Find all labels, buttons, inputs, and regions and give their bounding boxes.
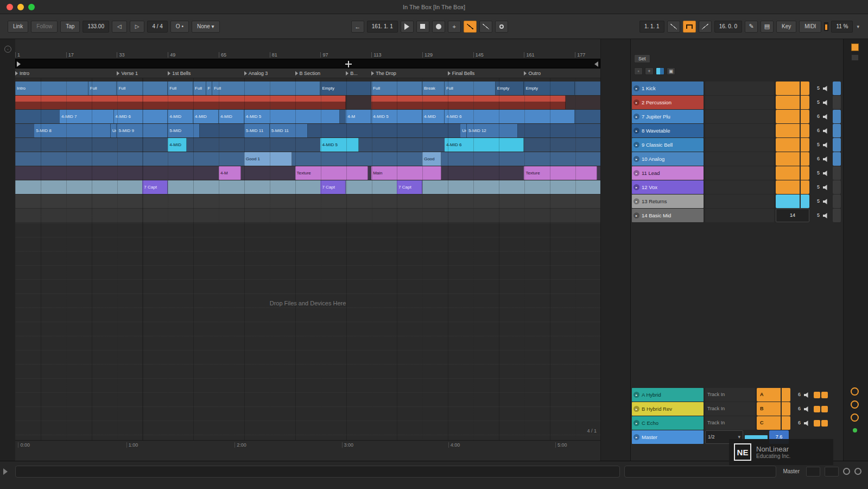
send-b-icon[interactable] (821, 420, 828, 427)
lane-12-vox[interactable]: 7 Capt7 Capt7 Capt (15, 180, 600, 194)
clip[interactable]: 4-MID (219, 110, 244, 123)
track-activator-icon[interactable]: ▸ (633, 99, 639, 105)
arrangement-position-display[interactable]: 161. 1. 1 (367, 21, 398, 33)
clip[interactable]: Intro (15, 82, 88, 95)
track-activator-icon[interactable]: ▸ (633, 128, 639, 134)
master-value-box-1[interactable] (806, 467, 820, 477)
output-box[interactable] (833, 152, 841, 166)
arrangement-view[interactable]: 1173349658197113129145161177 IntroVerse … (15, 39, 630, 461)
clip[interactable]: Full (445, 82, 496, 95)
clip[interactable]: 5-MID 9 (117, 124, 168, 137)
output-box[interactable] (833, 180, 841, 194)
returns-show-icon[interactable] (851, 400, 859, 409)
clip[interactable]: Empty (524, 82, 575, 95)
loop-start-display[interactable]: 1. 1. 1 (639, 21, 664, 33)
back-to-arrangement-icon[interactable]: ◦ (4, 46, 11, 53)
arrangement-start-marker-icon[interactable] (17, 61, 21, 67)
volume-slider[interactable] (776, 152, 809, 166)
clip[interactable]: Empty (320, 82, 371, 95)
track-header[interactable]: ▸9 Classic Bell5 (631, 138, 843, 152)
volume-slider[interactable] (776, 110, 809, 123)
locator-flag[interactable]: The Drop (371, 68, 396, 78)
add-locator-icon[interactable]: + (645, 67, 654, 75)
minimize-icon[interactable] (17, 4, 24, 10)
volume-slider[interactable] (776, 166, 809, 180)
lane-13-returns[interactable] (15, 195, 600, 208)
lane-2-percussion[interactable] (15, 96, 600, 109)
volume-slider[interactable] (776, 82, 809, 95)
track-activator-icon[interactable]: ▸ (633, 212, 639, 218)
session-view-icon[interactable] (851, 43, 859, 51)
clip[interactable] (15, 96, 346, 109)
clip[interactable]: Full (371, 82, 422, 95)
lane-10-analog[interactable]: Good 1Good (15, 152, 600, 166)
automation-mode-button[interactable] (464, 21, 477, 33)
clip-overview-icon[interactable] (851, 54, 859, 61)
volume-slider[interactable] (776, 96, 809, 109)
capture-midi-button[interactable] (495, 21, 508, 33)
track-header[interactable]: ▸8 Wavetable6 (631, 124, 843, 137)
quantize-menu[interactable]: None ▾ (192, 21, 220, 33)
scrub-area[interactable] (15, 59, 600, 68)
speaker-icon[interactable] (802, 402, 812, 416)
clip[interactable]: Full (168, 82, 193, 95)
clip[interactable]: Full (117, 82, 168, 95)
speaker-icon[interactable] (802, 416, 812, 430)
clip[interactable]: 4-MID 6 (114, 110, 168, 123)
volume-slider[interactable]: C (757, 416, 790, 430)
metronome-button[interactable]: O • (170, 21, 189, 33)
clip[interactable]: 4-M (346, 110, 371, 123)
clip[interactable]: 4-MID 7 (60, 110, 114, 123)
volume-slider[interactable] (776, 195, 809, 208)
lane-1-kick[interactable]: IntroFullFullFullFullFFullEmptyFullBreak… (15, 82, 600, 95)
clip[interactable]: 7 Capt (142, 180, 168, 194)
speaker-icon[interactable] (821, 138, 831, 152)
track-header[interactable]: ▸13 Returns5 (631, 195, 843, 208)
loop-button[interactable] (683, 21, 696, 33)
nudge-down-button[interactable]: ◁ (112, 21, 127, 33)
return-header[interactable]: ▸C EchoTrack InC6 (631, 416, 843, 430)
track-activator-icon[interactable]: ▸ (633, 170, 639, 176)
knob-icon-2[interactable] (854, 468, 861, 475)
clip[interactable]: Good 1 (244, 152, 292, 166)
zoom-icon[interactable] (28, 4, 35, 10)
clip[interactable]: 4-MID (168, 138, 187, 152)
clip[interactable]: Un (460, 124, 467, 137)
time-signature-display[interactable]: 4 / 4 (147, 21, 167, 33)
close-icon[interactable] (7, 4, 13, 10)
track-name[interactable]: ▸1 Kick (632, 82, 704, 95)
track-name[interactable]: ▸11 Lead (632, 166, 704, 180)
info-field-right[interactable] (624, 466, 776, 478)
clip[interactable]: Good (422, 152, 441, 166)
clip[interactable]: 4-MID 6 (445, 138, 524, 152)
locator-flag[interactable]: B Section (295, 68, 321, 78)
return-header[interactable]: ▸B Hybrid RevTrack InB6 (631, 402, 843, 416)
punch-out-button[interactable] (699, 21, 712, 33)
follow-tempo-button[interactable]: Follow (31, 21, 58, 33)
track-name[interactable]: ▸12 Vox (632, 180, 704, 194)
speaker-icon[interactable] (821, 82, 831, 95)
track-name[interactable]: ▸8 Wavetable (632, 124, 704, 137)
send-b-icon[interactable] (821, 406, 828, 412)
track-name[interactable]: ▸2 Percussion (632, 96, 704, 109)
set-locator-button[interactable]: Set (634, 54, 650, 63)
speaker-icon[interactable] (821, 209, 831, 222)
track-activator-icon[interactable]: ▸ (633, 406, 639, 412)
input-routing[interactable]: Track In (705, 416, 755, 430)
loop-length-display[interactable]: 16. 0. 0 (714, 21, 742, 33)
clip[interactable]: 4-M (219, 166, 241, 180)
clip[interactable]: F (206, 82, 213, 95)
clip[interactable]: Full (212, 82, 320, 95)
arrangement-end-marker-icon[interactable] (594, 61, 598, 67)
locator-row[interactable]: IntroVerse 11st BellsAnalog 3B SectionB.… (15, 68, 600, 78)
track-header[interactable]: ▸7 Jupiter Plu6 (631, 110, 843, 123)
track-activator-icon[interactable]: ▸ (633, 392, 639, 398)
nudge-up-button[interactable]: ▷ (130, 21, 145, 33)
track-activator-icon[interactable]: ▸ (633, 156, 639, 162)
io-toggle-icon[interactable]: ▣ (667, 67, 675, 75)
clip[interactable]: Main (371, 166, 441, 180)
locator-flag[interactable]: Intro (15, 68, 29, 78)
speaker-icon[interactable] (821, 152, 831, 166)
time-ruler[interactable]: 0:001:002:003:004:005:00 (15, 440, 600, 450)
clip[interactable]: Break (422, 82, 445, 95)
